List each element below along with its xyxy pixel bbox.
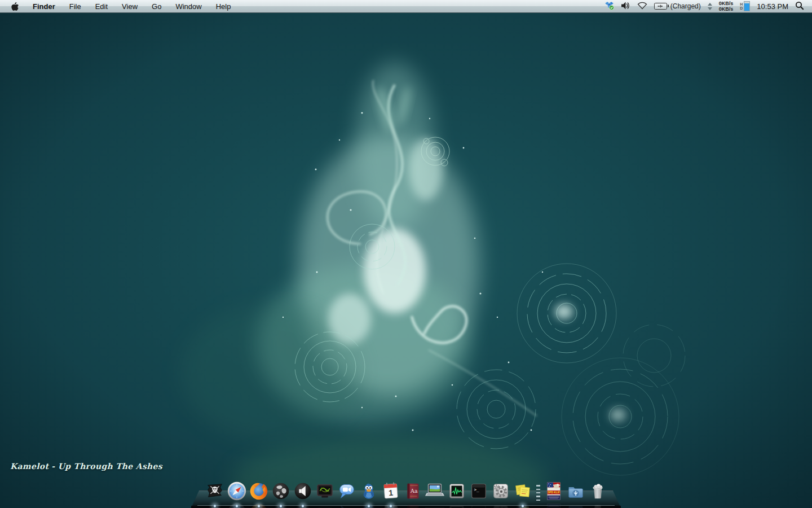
separator-dashes: [536, 485, 540, 502]
icon-reflection: Aa: [402, 502, 423, 508]
desktop-wallpaper: [0, 0, 812, 508]
icon-reflection: [565, 502, 586, 508]
volume-menu-extra[interactable]: [621, 1, 630, 12]
running-indicator: [213, 505, 217, 507]
icon-reflection: >_: [468, 502, 489, 508]
system-preferences-gears-icon: [490, 480, 511, 502]
dock-dark-globe-app[interactable]: [270, 480, 292, 502]
dock-system-preferences[interactable]: [490, 480, 511, 502]
running-indicator: [367, 505, 370, 507]
laptop-xp-icon: [424, 480, 445, 502]
dock-green-screen-media-app[interactable]: [314, 480, 336, 502]
now-playing-track-label: Kamelot - Up Through The Ashes: [10, 462, 162, 471]
disk-letter-bottom: D: [740, 6, 743, 10]
dock-dictionary[interactable]: Aa Aa: [402, 480, 423, 502]
spd-klif-cover-icon: SPD KLIF: [543, 480, 564, 502]
menu-go[interactable]: Go: [152, 2, 161, 11]
svg-text:1: 1: [388, 488, 393, 498]
dock-terminal[interactable]: >_ >_: [468, 480, 489, 502]
dock-trash[interactable]: [587, 480, 608, 502]
battery-status-label: (Charged): [670, 2, 701, 10]
menu-bar-clock[interactable]: 10:53 PM: [757, 2, 788, 11]
dock-adium[interactable]: [358, 480, 379, 502]
dock-ichat[interactable]: [336, 480, 358, 502]
dock-finder-pirate-flag[interactable]: [204, 480, 226, 502]
dropbox-icon: [604, 1, 614, 10]
net-up-label: 0KB/s: [719, 1, 734, 6]
dock-stickies[interactable]: [512, 480, 533, 502]
ical-icon: 1: [380, 480, 401, 502]
dock-remote-desktop[interactable]: [424, 480, 445, 502]
dock-spd-klif-document[interactable]: SPD KLIF SPD KLIF: [543, 480, 564, 502]
stickies-notes-icon: [512, 480, 533, 502]
disk-letter-top: H: [740, 2, 743, 6]
running-indicator: [279, 505, 283, 507]
dropbox-menu-extra[interactable]: [604, 1, 614, 12]
downloads-folder-icon: [565, 480, 586, 502]
pirate-flag-icon: [204, 480, 226, 502]
safari-compass-icon: [226, 480, 248, 502]
net-down-label: 0KB/s: [719, 6, 734, 12]
spotlight-menu-extra[interactable]: [795, 1, 804, 12]
battery-menu-extra[interactable]: (Charged): [654, 2, 701, 10]
volume-icon: [621, 1, 630, 10]
icon-reflection: [446, 502, 467, 508]
disk-activity-indicator[interactable]: H D: [740, 1, 750, 11]
trash-full-icon: [587, 480, 608, 502]
icon-reflection: [587, 502, 608, 508]
menu-file[interactable]: File: [69, 2, 81, 11]
adium-duck-icon: [358, 480, 379, 502]
dock-separator: [534, 480, 542, 502]
ichat-bubble-icon: [336, 480, 358, 502]
firefox-icon: [248, 480, 270, 502]
icon-reflection: SPD KLIF: [543, 502, 564, 508]
menu-edit[interactable]: Edit: [95, 2, 108, 11]
dock-activity-monitor[interactable]: [446, 480, 467, 502]
icon-reflection: [424, 502, 445, 508]
dock-downloads-folder[interactable]: [565, 480, 586, 502]
spotlight-icon: [795, 1, 804, 10]
dock-ical[interactable]: 1 1: [380, 480, 401, 502]
running-indicator: [235, 505, 239, 507]
activity-monitor-icon: [446, 480, 467, 502]
dock: 1 1: [191, 471, 621, 508]
running-indicator: [257, 505, 261, 507]
icon-reflection: [314, 502, 336, 508]
network-speed-indicator[interactable]: 0KB/s 0KB/s: [719, 1, 734, 12]
speaker-icon: [292, 480, 314, 502]
icon-reflection: [336, 502, 358, 508]
dictionary-book-icon: Aa: [402, 480, 423, 502]
menu-bar: Finder File Edit View Go Window Help: [0, 0, 812, 13]
svg-text:>_: >_: [474, 487, 479, 492]
running-indicator: [301, 505, 304, 507]
running-indicator: [389, 505, 392, 507]
dock-firefox[interactable]: [248, 480, 270, 502]
green-screen-tv-icon: [314, 480, 336, 502]
apple-menu[interactable]: [11, 2, 19, 11]
terminal-icon: >_: [468, 480, 489, 502]
wifi-icon: [637, 1, 647, 10]
dock-safari[interactable]: [226, 480, 248, 502]
updown-arrows-icon[interactable]: [708, 3, 712, 10]
dark-globe-icon: [270, 480, 292, 502]
apple-icon: [11, 2, 19, 11]
svg-text:Aa: Aa: [410, 488, 418, 494]
icon-reflection: [490, 502, 511, 508]
svg-text:SPD KLIF: SPD KLIF: [548, 491, 560, 494]
disk-activity-icon: [744, 1, 750, 11]
battery-icon: [654, 3, 667, 10]
menu-app-name[interactable]: Finder: [33, 2, 55, 11]
dock-speaker-audio-app[interactable]: [292, 480, 314, 502]
menu-help[interactable]: Help: [216, 2, 231, 11]
wifi-menu-extra[interactable]: [637, 1, 647, 11]
menu-view[interactable]: View: [122, 2, 138, 11]
running-indicator: [520, 505, 524, 507]
menu-window[interactable]: Window: [175, 2, 201, 11]
